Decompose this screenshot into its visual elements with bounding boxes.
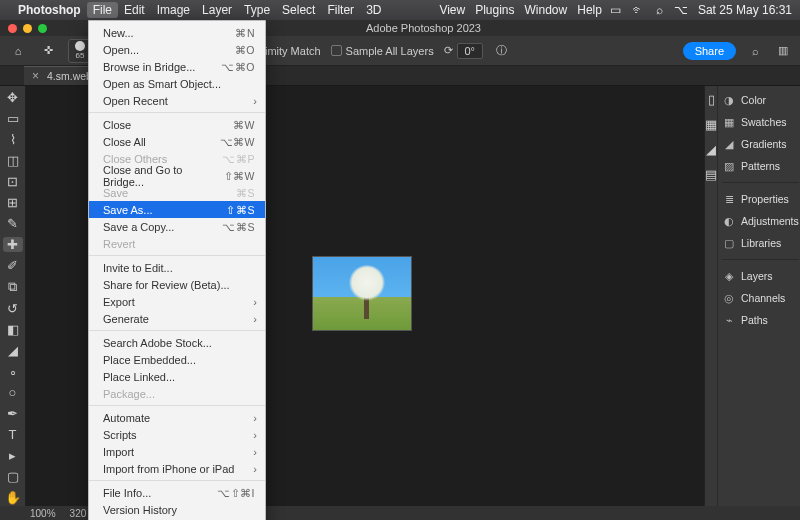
menu-item-shortcut: ⌥⌘W [220,136,255,148]
menu-item-open[interactable]: Open...⌘O [89,41,265,58]
menubar-item-layer[interactable]: Layer [202,3,232,17]
sample-all-layers-label: Sample All Layers [346,45,434,57]
panel-tab-layers[interactable]: ◈Layers [722,268,799,284]
panel-icon[interactable]: ◢ [706,142,716,157]
menu-item-version-history[interactable]: Version History [89,501,265,518]
menu-item-label: Place Embedded... [103,354,196,366]
menu-item-browse-in-bridge[interactable]: Browse in Bridge...⌥⌘O [89,58,265,75]
menubar-item-type[interactable]: Type [244,3,270,17]
type-tool[interactable]: T [3,427,23,442]
menu-item-shortcut: ⌥⌘O [221,61,255,73]
path-select-tool[interactable]: ▸ [3,448,23,463]
search-icon[interactable]: ⌕ [746,42,764,60]
menu-item-shortcut: ⌘W [233,119,255,131]
panel-tab-channels[interactable]: ◎Channels [722,290,799,306]
close-tab-icon[interactable]: × [32,69,39,83]
menu-item-file-info[interactable]: File Info...⌥⇧⌘I [89,484,265,501]
menubar-item-view[interactable]: View [439,3,465,17]
frame-tool[interactable]: ⊞ [3,195,23,210]
menubar-item-help[interactable]: Help [577,3,602,17]
crop-tool[interactable]: ⊡ [3,174,23,189]
lasso-tool[interactable]: ⌇ [3,132,23,147]
panel-tab-gradients[interactable]: ◢Gradients [722,136,799,152]
menubar-item-select[interactable]: Select [282,3,315,17]
history-brush-tool[interactable]: ↺ [3,301,23,316]
healing-brush-tool[interactable]: ✚ [3,237,23,252]
minimize-window-button[interactable] [23,24,32,33]
menu-item-label: File Info... [103,487,151,499]
workspace-switcher-icon[interactable]: ▥ [774,42,792,60]
menu-item-search-adobe-stock[interactable]: Search Adobe Stock... [89,334,265,351]
blur-tool[interactable]: ∘ [3,364,23,379]
menu-item-close[interactable]: Close⌘W [89,116,265,133]
menu-item-new[interactable]: New...⌘N [89,24,265,41]
menubar-item-3d[interactable]: 3D [366,3,381,17]
menu-item-place-linked[interactable]: Place Linked... [89,368,265,385]
menu-item-save-as[interactable]: Save As...⇧⌘S [89,201,265,218]
tool-preset-picker[interactable]: ✜ [38,41,58,61]
control-center-icon[interactable]: ⌥ [674,3,688,17]
document-image[interactable] [312,256,412,331]
menubar-item-file[interactable]: File [87,2,118,18]
panel-tab-properties[interactable]: ≣Properties [722,191,799,207]
home-button[interactable]: ⌂ [8,41,28,61]
sample-all-layers-checkbox[interactable] [331,45,342,56]
spotlight-icon[interactable]: ⌕ [656,3,663,17]
share-button[interactable]: Share [683,42,736,60]
brush-tool[interactable]: ✐ [3,258,23,273]
channels-icon: ◎ [722,292,736,304]
menu-item-label: New... [103,27,134,39]
menu-item-generate[interactable]: Generate [89,310,265,327]
menu-item-save-a-copy[interactable]: Save a Copy...⌥⌘S [89,218,265,235]
pen-tool[interactable]: ✒ [3,406,23,421]
pressure-icon[interactable]: ⓘ [493,42,511,60]
menu-item-open-as-smart-object[interactable]: Open as Smart Object... [89,75,265,92]
panel-label: Adjustments [741,215,799,227]
menubar-clock[interactable]: Sat 25 May 16:31 [698,3,792,17]
eyedropper-tool[interactable]: ✎ [3,216,23,231]
angle-input[interactable]: 0° [457,43,483,59]
menu-item-close-all[interactable]: Close All⌥⌘W [89,133,265,150]
panel-tab-patterns[interactable]: ▨Patterns [722,158,799,174]
menu-item-open-recent[interactable]: Open Recent [89,92,265,109]
dodge-tool[interactable]: ○ [3,385,23,400]
menu-item-scripts[interactable]: Scripts [89,426,265,443]
panel-tab-libraries[interactable]: ▢Libraries [722,235,799,251]
panel-icon[interactable]: ▦ [705,117,717,132]
menu-item-revert: Revert [89,235,265,252]
menu-item-share-for-review-beta[interactable]: Share for Review (Beta)... [89,276,265,293]
close-window-button[interactable] [8,24,17,33]
panel-tab-adjustments[interactable]: ◐Adjustments [722,213,799,229]
menubar-item-edit[interactable]: Edit [124,3,145,17]
menubar-item-window[interactable]: Window [525,3,568,17]
menubar-item-filter[interactable]: Filter [327,3,354,17]
eraser-tool[interactable]: ◧ [3,322,23,337]
menu-item-place-embedded[interactable]: Place Embedded... [89,351,265,368]
menu-item-label: Revert [103,238,135,250]
menu-item-import[interactable]: Import [89,443,265,460]
panel-tab-color[interactable]: ◑Color [722,92,799,108]
menubar-item-image[interactable]: Image [157,3,190,17]
menu-item-invite-to-edit[interactable]: Invite to Edit... [89,259,265,276]
menu-item-import-from-iphone-or-ipad[interactable]: Import from iPhone or iPad [89,460,265,477]
gradient-tool[interactable]: ◢ [3,343,23,358]
menu-item-shortcut: ⌘O [235,44,255,56]
menu-item-close-and-go-to-bridge[interactable]: Close and Go to Bridge...⇧⌘W [89,167,265,184]
hand-tool[interactable]: ✋ [3,490,23,505]
menu-item-label: Generate [103,313,149,325]
menu-item-automate[interactable]: Automate [89,409,265,426]
marquee-tool[interactable]: ▭ [3,111,23,126]
zoom-level[interactable]: 100% [30,508,56,519]
clone-stamp-tool[interactable]: ⧉ [3,279,23,295]
zoom-window-button[interactable] [38,24,47,33]
move-tool[interactable]: ✥ [3,90,23,105]
menu-item-export[interactable]: Export [89,293,265,310]
app-name[interactable]: Photoshop [18,3,81,17]
rectangle-tool[interactable]: ▢ [3,469,23,484]
object-select-tool[interactable]: ◫ [3,153,23,168]
panel-tab-paths[interactable]: ⌁Paths [722,312,799,328]
panel-icon[interactable]: ▤ [705,167,717,182]
panel-icon[interactable]: ▯ [708,92,715,107]
panel-tab-swatches[interactable]: ▦Swatches [722,114,799,130]
menubar-item-plugins[interactable]: Plugins [475,3,514,17]
